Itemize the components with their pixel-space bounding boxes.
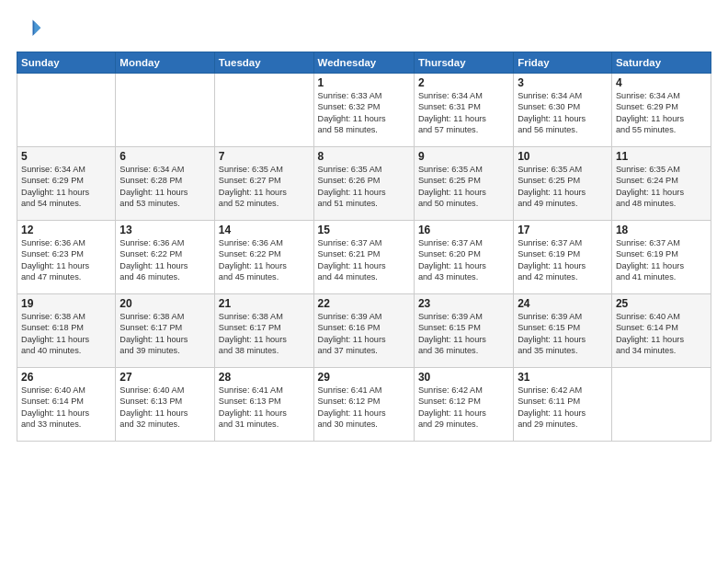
- calendar-header-friday: Friday: [514, 52, 612, 74]
- day-info: Sunrise: 6:37 AM Sunset: 6:20 PM Dayligh…: [418, 237, 509, 283]
- day-number: 11: [616, 150, 707, 163]
- logo: [17, 17, 46, 42]
- day-info: Sunrise: 6:41 AM Sunset: 6:13 PM Dayligh…: [219, 385, 310, 431]
- day-number: 19: [21, 297, 111, 310]
- calendar-day-cell: 15Sunrise: 6:37 AM Sunset: 6:21 PM Dayli…: [313, 221, 414, 294]
- calendar-day-cell: 23Sunrise: 6:39 AM Sunset: 6:15 PM Dayli…: [414, 294, 513, 368]
- day-info: Sunrise: 6:38 AM Sunset: 6:17 PM Dayligh…: [219, 311, 310, 357]
- day-number: 23: [418, 297, 509, 310]
- calendar-day-cell: 16Sunrise: 6:37 AM Sunset: 6:20 PM Dayli…: [414, 221, 513, 294]
- calendar-day-cell: 21Sunrise: 6:38 AM Sunset: 6:17 PM Dayli…: [214, 294, 313, 368]
- day-info: Sunrise: 6:39 AM Sunset: 6:15 PM Dayligh…: [418, 311, 509, 357]
- day-number: 30: [418, 371, 509, 384]
- day-info: Sunrise: 6:38 AM Sunset: 6:17 PM Dayligh…: [119, 311, 210, 357]
- calendar-day-cell: 19Sunrise: 6:38 AM Sunset: 6:18 PM Dayli…: [17, 294, 116, 368]
- day-info: Sunrise: 6:35 AM Sunset: 6:25 PM Dayligh…: [518, 164, 608, 210]
- day-info: Sunrise: 6:39 AM Sunset: 6:15 PM Dayligh…: [518, 311, 608, 357]
- day-number: 22: [318, 297, 410, 310]
- day-info: Sunrise: 6:34 AM Sunset: 6:31 PM Dayligh…: [418, 90, 509, 136]
- day-number: 17: [518, 224, 608, 236]
- day-number: 5: [21, 150, 111, 163]
- calendar-header-monday: Monday: [116, 52, 215, 74]
- calendar-day-cell: 18Sunrise: 6:37 AM Sunset: 6:19 PM Dayli…: [611, 221, 711, 294]
- day-info: Sunrise: 6:37 AM Sunset: 6:19 PM Dayligh…: [518, 237, 608, 283]
- calendar-day-cell: 3Sunrise: 6:34 AM Sunset: 6:30 PM Daylig…: [514, 74, 612, 147]
- day-info: Sunrise: 6:37 AM Sunset: 6:21 PM Dayligh…: [318, 237, 410, 283]
- day-number: 6: [119, 150, 210, 163]
- calendar-day-cell: 4Sunrise: 6:34 AM Sunset: 6:29 PM Daylig…: [611, 74, 711, 147]
- calendar-day-cell: 9Sunrise: 6:35 AM Sunset: 6:25 PM Daylig…: [414, 147, 513, 221]
- day-number: 25: [616, 297, 707, 310]
- day-info: Sunrise: 6:42 AM Sunset: 6:11 PM Dayligh…: [518, 385, 608, 431]
- svg-marker-1: [34, 21, 40, 34]
- day-number: 26: [21, 371, 111, 384]
- calendar-week-row: 5Sunrise: 6:34 AM Sunset: 6:29 PM Daylig…: [17, 147, 711, 221]
- day-number: 2: [418, 76, 509, 89]
- calendar-day-cell: 26Sunrise: 6:40 AM Sunset: 6:14 PM Dayli…: [17, 368, 116, 442]
- logo-icon: [17, 17, 42, 42]
- day-number: 24: [518, 297, 608, 310]
- day-info: Sunrise: 6:40 AM Sunset: 6:13 PM Dayligh…: [119, 385, 210, 431]
- day-number: 4: [616, 76, 707, 89]
- day-info: Sunrise: 6:33 AM Sunset: 6:32 PM Dayligh…: [318, 90, 410, 136]
- day-info: Sunrise: 6:34 AM Sunset: 6:28 PM Dayligh…: [119, 164, 210, 210]
- calendar-header-saturday: Saturday: [611, 52, 711, 74]
- calendar-day-cell: 10Sunrise: 6:35 AM Sunset: 6:25 PM Dayli…: [514, 147, 612, 221]
- calendar-day-cell: 25Sunrise: 6:40 AM Sunset: 6:14 PM Dayli…: [611, 294, 711, 368]
- calendar-day-cell: 6Sunrise: 6:34 AM Sunset: 6:28 PM Daylig…: [116, 147, 215, 221]
- day-info: Sunrise: 6:35 AM Sunset: 6:25 PM Dayligh…: [418, 164, 509, 210]
- day-info: Sunrise: 6:41 AM Sunset: 6:12 PM Dayligh…: [318, 385, 410, 431]
- calendar-day-cell: 5Sunrise: 6:34 AM Sunset: 6:29 PM Daylig…: [17, 147, 116, 221]
- day-info: Sunrise: 6:34 AM Sunset: 6:29 PM Dayligh…: [616, 90, 707, 136]
- day-number: 16: [418, 224, 509, 236]
- day-info: Sunrise: 6:35 AM Sunset: 6:24 PM Dayligh…: [616, 164, 707, 210]
- day-number: 10: [518, 150, 608, 163]
- day-number: 15: [318, 224, 410, 236]
- day-info: Sunrise: 6:36 AM Sunset: 6:22 PM Dayligh…: [219, 237, 310, 283]
- day-info: Sunrise: 6:40 AM Sunset: 6:14 PM Dayligh…: [21, 385, 111, 431]
- day-info: Sunrise: 6:37 AM Sunset: 6:19 PM Dayligh…: [616, 237, 707, 283]
- header: [17, 17, 711, 42]
- day-info: Sunrise: 6:34 AM Sunset: 6:30 PM Dayligh…: [518, 90, 608, 136]
- calendar-day-cell: 17Sunrise: 6:37 AM Sunset: 6:19 PM Dayli…: [514, 221, 612, 294]
- calendar-header-row: SundayMondayTuesdayWednesdayThursdayFrid…: [17, 52, 711, 74]
- calendar-day-cell: 29Sunrise: 6:41 AM Sunset: 6:12 PM Dayli…: [313, 368, 414, 442]
- calendar-day-cell: 14Sunrise: 6:36 AM Sunset: 6:22 PM Dayli…: [214, 221, 313, 294]
- calendar-header-wednesday: Wednesday: [313, 52, 414, 74]
- day-number: 9: [418, 150, 509, 163]
- day-info: Sunrise: 6:35 AM Sunset: 6:26 PM Dayligh…: [318, 164, 410, 210]
- calendar-day-cell: [17, 74, 116, 147]
- day-info: Sunrise: 6:40 AM Sunset: 6:14 PM Dayligh…: [616, 311, 707, 357]
- day-number: 18: [616, 224, 707, 236]
- calendar: SundayMondayTuesdayWednesdayThursdayFrid…: [17, 52, 711, 442]
- calendar-header-thursday: Thursday: [414, 52, 513, 74]
- calendar-day-cell: 11Sunrise: 6:35 AM Sunset: 6:24 PM Dayli…: [611, 147, 711, 221]
- calendar-week-row: 1Sunrise: 6:33 AM Sunset: 6:32 PM Daylig…: [17, 74, 711, 147]
- calendar-day-cell: 24Sunrise: 6:39 AM Sunset: 6:15 PM Dayli…: [514, 294, 612, 368]
- calendar-day-cell: [214, 74, 313, 147]
- calendar-day-cell: 8Sunrise: 6:35 AM Sunset: 6:26 PM Daylig…: [313, 147, 414, 221]
- day-number: 7: [219, 150, 310, 163]
- calendar-header-tuesday: Tuesday: [214, 52, 313, 74]
- day-info: Sunrise: 6:39 AM Sunset: 6:16 PM Dayligh…: [318, 311, 410, 357]
- calendar-day-cell: 31Sunrise: 6:42 AM Sunset: 6:11 PM Dayli…: [514, 368, 612, 442]
- page: SundayMondayTuesdayWednesdayThursdayFrid…: [0, 0, 728, 563]
- day-number: 12: [21, 224, 111, 236]
- calendar-week-row: 12Sunrise: 6:36 AM Sunset: 6:23 PM Dayli…: [17, 221, 711, 294]
- day-number: 20: [119, 297, 210, 310]
- calendar-day-cell: [611, 368, 711, 442]
- day-number: 28: [219, 371, 310, 384]
- calendar-day-cell: 20Sunrise: 6:38 AM Sunset: 6:17 PM Dayli…: [116, 294, 215, 368]
- calendar-day-cell: 28Sunrise: 6:41 AM Sunset: 6:13 PM Dayli…: [214, 368, 313, 442]
- day-info: Sunrise: 6:42 AM Sunset: 6:12 PM Dayligh…: [418, 385, 509, 431]
- day-number: 14: [219, 224, 310, 236]
- day-info: Sunrise: 6:36 AM Sunset: 6:23 PM Dayligh…: [21, 237, 111, 283]
- day-info: Sunrise: 6:34 AM Sunset: 6:29 PM Dayligh…: [21, 164, 111, 210]
- day-info: Sunrise: 6:35 AM Sunset: 6:27 PM Dayligh…: [219, 164, 310, 210]
- calendar-day-cell: 13Sunrise: 6:36 AM Sunset: 6:22 PM Dayli…: [116, 221, 215, 294]
- day-info: Sunrise: 6:36 AM Sunset: 6:22 PM Dayligh…: [119, 237, 210, 283]
- calendar-day-cell: 27Sunrise: 6:40 AM Sunset: 6:13 PM Dayli…: [116, 368, 215, 442]
- day-number: 27: [119, 371, 210, 384]
- calendar-day-cell: 30Sunrise: 6:42 AM Sunset: 6:12 PM Dayli…: [414, 368, 513, 442]
- calendar-day-cell: 2Sunrise: 6:34 AM Sunset: 6:31 PM Daylig…: [414, 74, 513, 147]
